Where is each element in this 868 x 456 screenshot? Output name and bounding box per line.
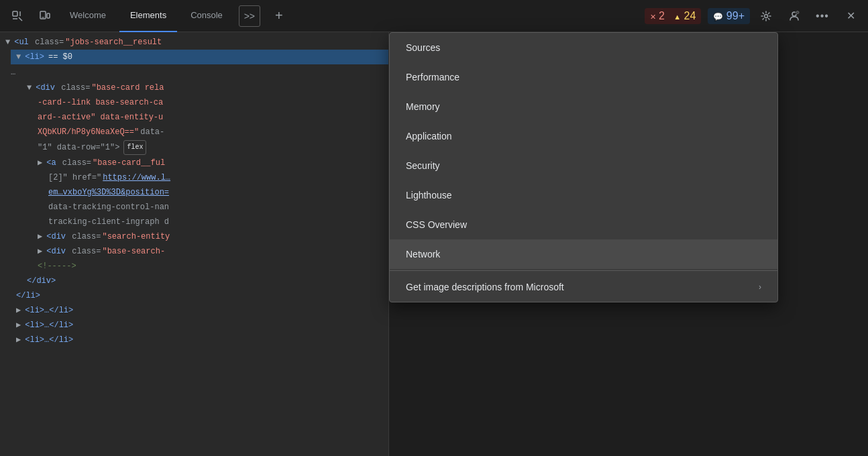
- tree-row: "1" data-row="1"> flex: [32, 139, 388, 156]
- svg-line-3: [19, 17, 22, 21]
- more-options-button[interactable]: •••: [810, 4, 834, 28]
- tab-console[interactable]: Console: [180, 0, 233, 32]
- elements-panel: ▼ <ul class="jobs-search__result ▼ <li> …: [0, 32, 389, 456]
- tree-row: </div>: [21, 274, 388, 288]
- svg-rect-0: [13, 11, 17, 16]
- tree-row-selected[interactable]: ▼ <li> == $0: [11, 50, 388, 64]
- device-toggle-button[interactable]: [32, 4, 56, 28]
- tree-row[interactable]: ▶ <li>…</li>: [11, 318, 388, 333]
- dropdown-item-css-overview[interactable]: CSS Overview: [390, 210, 777, 239]
- tree-row[interactable]: ▼ <ul class="jobs-search__result: [0, 35, 388, 50]
- more-tabs-dropdown: Sources Performance Memory Application S…: [389, 32, 778, 302]
- add-tab-button[interactable]: +: [268, 5, 290, 27]
- device-icon: [38, 10, 50, 22]
- inspect-icon-button[interactable]: [5, 4, 30, 28]
- flex-badge[interactable]: flex: [123, 140, 146, 155]
- error-icon: ✕: [650, 13, 656, 21]
- tree-row[interactable]: ▶ <li>…</li>: [11, 333, 388, 347]
- dropdown-item-security[interactable]: Security: [390, 151, 777, 180]
- close-icon: ✕: [847, 9, 855, 22]
- error-badge[interactable]: ✕ 2 ▲ 24: [645, 8, 702, 24]
- settings-button[interactable]: [754, 4, 778, 28]
- svg-point-10: [796, 11, 799, 13]
- dropdown-item-application[interactable]: Application: [390, 121, 777, 151]
- tree-row[interactable]: ▶ <div class="search-entity: [32, 229, 388, 244]
- tree-row: <!----->: [32, 259, 388, 274]
- dropdown-item-memory[interactable]: Memory: [390, 92, 777, 121]
- devtools-window: Welcome Elements Console >> + ✕ 2 ▲ 24: [0, 0, 868, 456]
- user-button[interactable]: [782, 4, 806, 28]
- dropdown-divider: [390, 270, 777, 271]
- dropdown-item-image-descriptions[interactable]: Get image descriptions from Microsoft ›: [390, 272, 777, 302]
- chevron-right-icon: ›: [759, 282, 761, 292]
- dropdown-item-performance[interactable]: Performance: [390, 62, 777, 92]
- tree-row[interactable]: [2]" href="https://www.l…: [43, 170, 388, 185]
- tab-welcome[interactable]: Welcome: [59, 0, 117, 32]
- dropdown-item-network[interactable]: Network: [390, 239, 777, 269]
- tab-bar: Welcome Elements Console >> + ✕ 2 ▲ 24: [0, 0, 868, 32]
- svg-rect-5: [47, 13, 50, 18]
- tree-row[interactable]: ▶ <li>…</li>: [11, 303, 388, 318]
- dropdown-item-sources[interactable]: Sources: [390, 33, 777, 62]
- info-badge[interactable]: 💬 99+: [708, 8, 750, 24]
- more-tabs-button[interactable]: >>: [239, 5, 260, 27]
- warning-icon: ▲: [673, 13, 681, 21]
- tree-row: XQbKUR/hP8y6NeaXeQ==" data-: [32, 125, 388, 139]
- inspect-icon: [11, 10, 23, 22]
- chat-icon: 💬: [713, 12, 723, 21]
- tree-row: data-tracking-control-nan: [43, 200, 388, 215]
- tab-bar-left: Welcome Elements Console >> +: [5, 0, 292, 32]
- user-icon: [788, 10, 800, 22]
- ellipsis-icon: •••: [816, 10, 829, 22]
- tab-elements[interactable]: Elements: [119, 0, 177, 32]
- svg-point-7: [765, 14, 768, 17]
- close-devtools-button[interactable]: ✕: [838, 4, 863, 28]
- dropdown-item-lighthouse[interactable]: Lighthouse: [390, 180, 777, 210]
- tree-row: ard--active" data-entity-u: [32, 110, 388, 125]
- tree-row: </li>: [11, 288, 388, 303]
- tree-row: tracking-client-ingraph d: [43, 215, 388, 229]
- tree-row: -card--link base-search-ca: [32, 95, 388, 110]
- tree-row[interactable]: ▶ <a class="base-card__ful: [32, 156, 388, 170]
- tree-row[interactable]: ▶ <div class="base-search-: [32, 244, 388, 259]
- tree-ellipsis: …: [5, 64, 388, 80]
- tab-bar-right: ✕ 2 ▲ 24 💬 99+: [645, 4, 863, 28]
- gear-icon: [760, 10, 772, 22]
- tree-row[interactable]: em…vxboYg%3D%3D&position=: [43, 185, 388, 200]
- tree-row[interactable]: ▼ <div class="base-card rela: [21, 80, 388, 95]
